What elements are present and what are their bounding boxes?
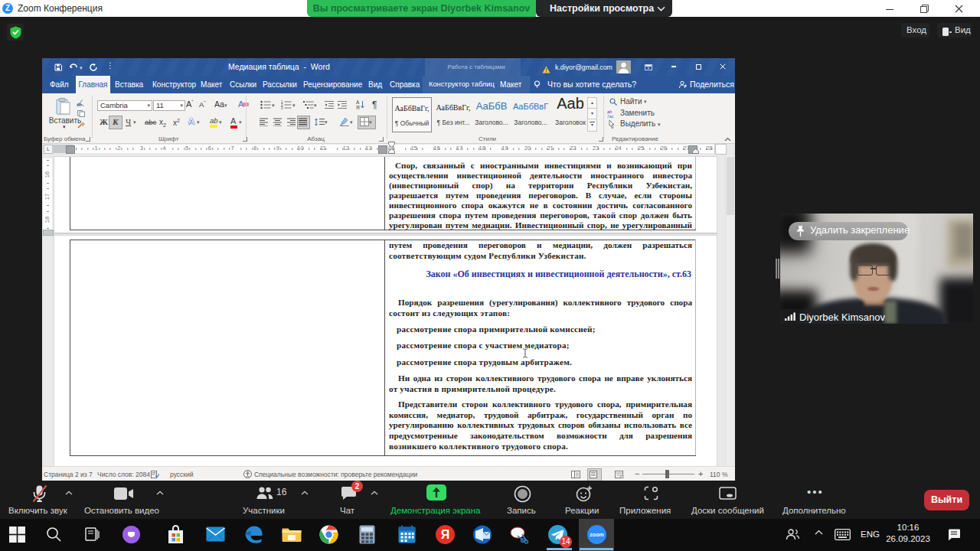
svg-text:А: А: [356, 99, 360, 105]
svg-text:Я: Я: [356, 105, 360, 110]
svg-text:⤴ac: ⤴ac: [607, 114, 614, 118]
svg-text:3: 3: [281, 106, 283, 109]
